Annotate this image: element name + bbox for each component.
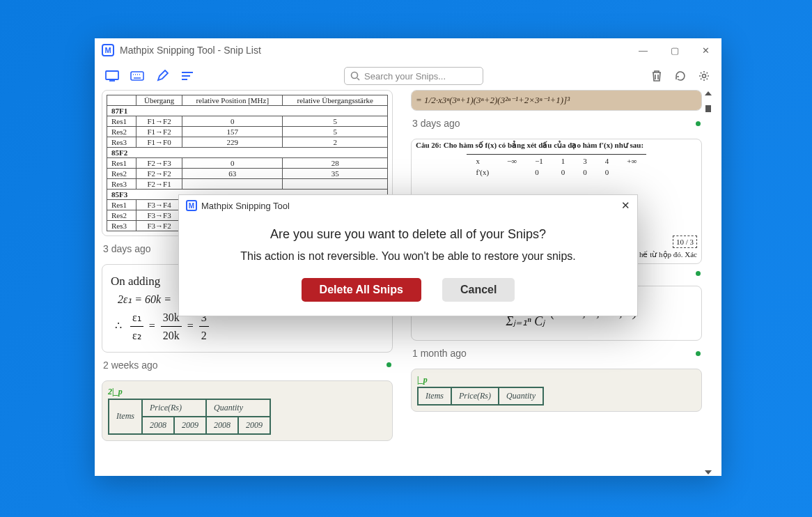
maximize-button[interactable]: ▢ — [659, 38, 690, 62]
modal-title-text: Mathpix Snipping Tool — [201, 201, 290, 211]
search-icon — [350, 71, 360, 81]
scroll-down-icon[interactable] — [705, 470, 712, 474]
svg-point-2 — [352, 72, 358, 79]
modal-close-button[interactable]: ✕ — [621, 199, 630, 212]
gear-icon[interactable] — [696, 68, 712, 84]
refresh-icon[interactable] — [673, 68, 688, 84]
window-title: Mathpix Snipping Tool - Snip List — [120, 45, 261, 56]
search-placeholder: Search your Snips... — [364, 71, 446, 82]
snip-age: 3 days ago — [411, 115, 702, 134]
scrollbar[interactable] — [702, 90, 715, 476]
modal-logo-icon: M — [186, 200, 197, 211]
status-dot — [696, 351, 701, 356]
cancel-button[interactable]: Cancel — [442, 278, 515, 302]
snip-card-handwritten[interactable]: 2|_p ItemsPrice(Rs)Quantity 200820092008… — [102, 380, 393, 441]
svg-rect-0 — [106, 71, 118, 79]
keyboard-icon[interactable] — [130, 68, 145, 84]
scroll-up-icon[interactable] — [705, 91, 712, 95]
svg-point-3 — [703, 75, 706, 78]
delete-confirmation-modal: M Mathpix Snipping Tool ✕ Are you sure y… — [178, 194, 638, 316]
status-dot — [387, 362, 391, 367]
trash-icon[interactable] — [649, 68, 664, 84]
hand-prefix: 2|_p — [108, 387, 123, 396]
scroll-thumb[interactable] — [705, 105, 711, 112]
delete-all-button[interactable]: Delete All Snips — [302, 278, 421, 302]
edit-icon[interactable] — [155, 68, 170, 84]
viet-heading: Câu 26: Cho hàm số f(x) có bảng xét dấu … — [416, 141, 697, 150]
snip-card-handwritten-2[interactable]: |_p ItemsPrice(Rs)Quantity — [411, 369, 702, 412]
titlebar: M Mathpix Snipping Tool - Snip List — ▢ … — [95, 38, 721, 62]
snip-age: 1 month ago — [411, 345, 702, 364]
snip-age: 2 weeks ago — [102, 357, 393, 376]
modal-message-2: This action is not reversible. You won't… — [193, 250, 623, 263]
modal-message-1: Are you sure you want to delete all of y… — [193, 227, 623, 242]
status-dot — [696, 271, 701, 276]
toolbar-right — [649, 68, 712, 84]
minimize-button[interactable]: — — [627, 38, 659, 62]
screen-snip-icon[interactable] — [104, 68, 120, 84]
hand-prefix: |_p — [417, 375, 428, 385]
svg-rect-1 — [131, 72, 143, 80]
toolbar: Search your Snips... — [95, 62, 721, 90]
window-controls: — ▢ ✕ — [627, 38, 721, 62]
viet-trailing: hế từ hộp đó. Xác — [639, 250, 697, 259]
app-logo-icon: M — [102, 44, 114, 56]
close-window-button[interactable]: ✕ — [690, 38, 721, 62]
status-dot — [696, 121, 701, 126]
snip-card-paper-strip[interactable]: = 1/2·x3ⁿ(3ⁿ+1)(3ⁿ+2)(3²ⁿ⁻¹+2×3ⁿ⁻¹+1)]³ — [411, 90, 702, 111]
search-input[interactable]: Search your Snips... — [344, 67, 483, 85]
paper-strip-text: = 1/2·x3ⁿ(3ⁿ+1)(3ⁿ+2)(3²ⁿ⁻¹+2×3ⁿ⁻¹+1)]³ — [412, 91, 701, 110]
modal-titlebar: M Mathpix Snipping Tool ✕ — [179, 195, 637, 216]
viet-box: 10 / 3 — [673, 236, 697, 248]
list-icon[interactable] — [180, 68, 195, 84]
